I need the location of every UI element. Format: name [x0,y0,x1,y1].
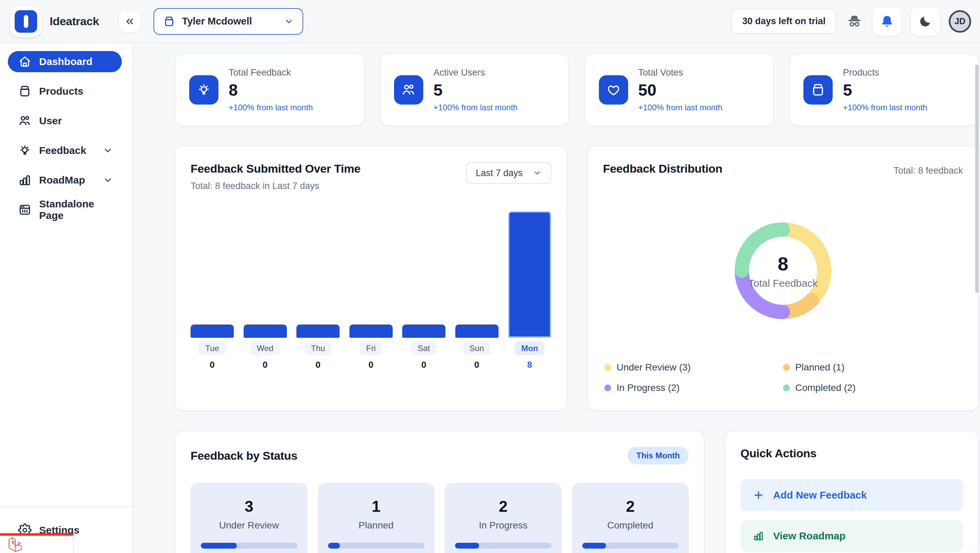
legend-label: In Progress (2) [617,382,679,393]
stat-title: Total Feedback [229,67,313,78]
card-title: Feedback by Status [191,449,298,462]
donut-chart: 8 Total Feedback [718,206,848,335]
sidebar-item-roadmap[interactable]: RoadMap [8,170,122,191]
main-content: Total Feedback 8 +100% from last month A… [133,43,980,553]
chevrons-left-icon [124,16,135,27]
stat-card-total-votes: Total Votes 50 +100% from last month [585,53,774,126]
bar-x-label: Thu [305,341,331,355]
app-header: Ideatrack Tyler Mcdowell 30 days left on… [0,0,980,43]
stat-card-products: Products 5 +100% from last month [789,53,978,126]
charts-row: Feedback Submitted Over Time Total: 8 fe… [175,146,978,411]
legend-dot [605,384,611,391]
bar-column: Mon 8 [508,211,551,370]
product-box-icon [803,75,833,105]
bar-value: 0 [369,360,373,370]
workspace-selector[interactable]: Tyler Mcdowell [153,8,303,35]
sidebar-item-dashboard[interactable]: Dashboard [8,51,122,72]
stat-value: 5 [434,81,517,99]
stat-value: 50 [638,81,722,99]
stats-row: Total Feedback 8 +100% from last month A… [175,53,978,126]
impersonate-button[interactable] [845,12,864,31]
progress-fill [328,543,340,548]
lightbulb-icon [18,144,32,157]
action-label: Add New Feedback [773,489,867,501]
bar-x-label: Sat [411,341,436,355]
range-selector[interactable]: Last 7 days [466,162,551,184]
legend-label: Planned (1) [795,362,845,373]
bar-x-label: Fri [360,341,382,355]
chevron-down-icon [103,145,113,156]
status-cards: 3 Under Review 1 Planned 2 In Progress 2… [191,483,689,553]
bar-column: Tue 0 [191,325,234,370]
status-mini-card: 2 Completed [572,483,689,553]
bar-column: Sat 0 [402,325,445,370]
feedback-distribution-card: Feedback Distribution Total: 8 feedback … [587,146,978,411]
bar-chart-icon [18,173,32,187]
sidebar-item-user[interactable]: User [8,110,122,131]
bar-value: 0 [474,360,479,370]
legend-label: Under Review (3) [617,362,691,373]
legend-item: Under Review (3) [605,362,783,373]
brand-name: Ideatrack [50,14,99,28]
progress-bar [201,543,298,548]
stat-delta: +100% from last month [229,103,313,112]
bar-x-label: Wed [250,341,280,355]
bar-column: Fri 0 [350,325,393,370]
debugbar-toggle[interactable] [0,533,74,553]
legend-label: Completed (2) [795,382,856,393]
stat-card-active-users: Active Users 5 +100% from last month [380,53,569,126]
status-count: 2 [499,497,508,516]
sidebar-item-feedback[interactable]: Feedback [8,140,122,161]
bar-column: Sun 0 [455,325,498,370]
progress-fill [201,543,237,548]
stat-title: Active Users [434,67,517,78]
view-roadmap-button[interactable]: View Roadmap [740,520,963,552]
chevron-down-icon [533,169,542,177]
status-count: 1 [372,497,380,516]
status-label: Under Review [219,520,279,531]
quick-actions-card: Quick Actions Add New Feedback View Road… [725,430,978,553]
status-label: In Progress [479,520,527,531]
bar [296,325,340,338]
stat-title: Products [843,67,927,78]
bar-value: 0 [210,360,215,370]
status-label: Completed [608,520,653,531]
bottom-row: Feedback by Status This Month 3 Under Re… [175,430,978,553]
product-box-icon [163,15,175,27]
bar-x-label: Mon [515,341,544,355]
bar-column: Thu 0 [296,325,340,370]
status-count: 3 [245,497,253,516]
notifications-button[interactable] [872,7,902,36]
sidebar-item-label: Feedback [39,145,86,156]
sidebar-collapse-button[interactable] [119,10,140,33]
feedback-by-status-card: Feedback by Status This Month 3 Under Re… [175,430,705,553]
user-avatar[interactable]: JD [949,10,971,33]
distribution-total: Total: 8 feedback [894,166,963,176]
scrollbar-thumb[interactable] [975,65,978,293]
sidebar-item-products[interactable]: Products [8,81,122,102]
workspace-name: Tyler Mcdowell [182,16,252,27]
dark-mode-toggle[interactable] [911,7,940,36]
incognito-icon [846,13,863,30]
sidebar-item-standalone-page[interactable]: Standalone Page [8,199,122,220]
trial-badge: 30 days left on trial [731,9,837,34]
stat-delta: +100% from last month [434,103,517,112]
bar [455,325,498,338]
bar-value: 0 [315,360,320,370]
chart-subtitle: Total: 8 feedback in Last 7 days [191,181,360,191]
stat-title: Total Votes [638,67,722,78]
chevron-down-icon [103,175,113,185]
legend-dot [783,364,790,371]
stat-card-total-feedback: Total Feedback 8 +100% from last month [175,53,364,126]
users-icon [394,75,423,105]
app-logo[interactable] [10,6,41,37]
chart-title: Feedback Distribution [603,162,722,175]
action-label: View Roadmap [773,530,846,542]
bar [402,325,445,338]
status-label: Planned [359,520,394,531]
laravel-logo-icon [8,537,22,552]
status-mini-card: 3 Under Review [191,483,308,553]
add-new-feedback-button[interactable]: Add New Feedback [740,479,963,511]
lightbulb-icon [189,75,218,105]
bar-value: 0 [421,360,426,370]
